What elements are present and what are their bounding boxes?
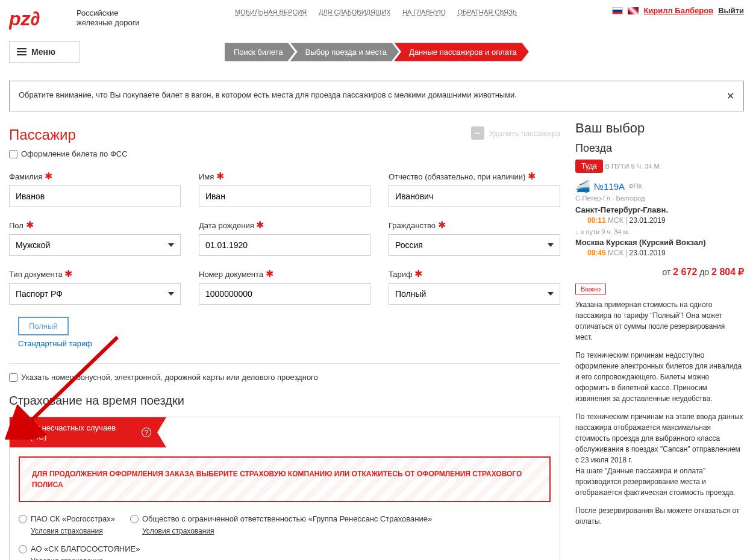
close-icon[interactable]: ✕ xyxy=(726,90,734,102)
bc-search[interactable]: Поиск билета xyxy=(225,43,295,61)
patronymic-input[interactable] xyxy=(389,185,560,207)
fss-label: Оформление билета по ФСС xyxy=(21,149,128,158)
bonus-checkbox[interactable] xyxy=(9,373,17,382)
citizenship-label: Гражданство ✱ xyxy=(389,219,560,231)
info-4: После резервирования Вы можете отказатьс… xyxy=(575,505,744,527)
train-number[interactable]: №119А xyxy=(594,181,625,191)
dob-input[interactable] xyxy=(199,234,370,256)
breadcrumb: Поиск билета Выбор поезда и места Данные… xyxy=(225,43,529,61)
top-nav: МОБИЛЬНАЯ ВЕРСИЯ ДЛЯ СЛАБОВИДЯЩИХ НА ГЛА… xyxy=(140,6,613,16)
sex-select[interactable]: Мужской xyxy=(9,234,181,256)
nav-feedback[interactable]: ОБРАТНАЯ СВЯЗЬ xyxy=(457,8,517,16)
notice-text: Обратите внимание, что Вы покупаете биле… xyxy=(19,90,517,102)
doc-num-label: Номер документа ✱ xyxy=(199,268,370,279)
help-icon[interactable]: ? xyxy=(142,428,151,437)
tariff-link[interactable]: Стандартный тариф xyxy=(18,339,92,348)
sex-label: Пол ✱ xyxy=(9,219,181,231)
ins-opt-blago[interactable] xyxy=(19,545,27,553)
hamburger-icon xyxy=(17,46,27,57)
ins-cond-3[interactable]: Условия страхования xyxy=(31,557,103,560)
duration: ↓ в пути 9 ч. 34 м. xyxy=(575,228,744,235)
bc-passengers[interactable]: Данные пассажиров и оплата xyxy=(394,43,529,61)
surname-label: Фамилия ✱ xyxy=(9,170,181,182)
fss-checkbox[interactable] xyxy=(9,150,17,158)
route-text: С-Петер-Гл - Белгород xyxy=(575,194,744,202)
station-to: Москва Курская (Курский Вокзал) xyxy=(575,238,744,247)
logo-text-2: железные дороги xyxy=(77,18,140,28)
delete-passenger: − Удалить пассажира xyxy=(471,126,560,140)
flag-ru-icon[interactable] xyxy=(612,7,623,14)
station-from: Санкт-Петербург-Главн. xyxy=(575,205,744,214)
info-2: По техническим причинам недоступно оформ… xyxy=(575,350,744,404)
username-link[interactable]: Кирилл Балберов xyxy=(643,6,713,15)
logo-text-1: Российские xyxy=(77,8,140,18)
nav-mobile[interactable]: МОБИЛЬНАЯ ВЕРСИЯ xyxy=(235,8,307,16)
important-badge: Важно xyxy=(575,284,606,294)
nav-home[interactable]: НА ГЛАВНУЮ xyxy=(402,8,446,16)
tariff-label: Тариф ✱ xyxy=(389,268,560,279)
logout-link[interactable]: Выйти xyxy=(718,6,744,15)
insurance-checkbox[interactable] xyxy=(17,428,25,437)
svg-text:pz∂: pz∂ xyxy=(9,8,40,30)
info-1: Указана примерная стоимость на одного па… xyxy=(575,299,744,343)
price-row: от 2 672 до 2 804 ₽ xyxy=(575,266,744,278)
doc-type-select[interactable]: Паспорт РФ xyxy=(9,283,181,305)
notice-box: Обратите внимание, что Вы покупаете биле… xyxy=(9,81,744,111)
tariff-select[interactable]: Полный xyxy=(389,283,560,305)
doc-type-label: Тип документа ✱ xyxy=(9,268,181,279)
minus-icon: − xyxy=(471,126,484,140)
info-3: По техническим причинам на этапе ввода д… xyxy=(575,411,744,498)
menu-button[interactable]: Меню xyxy=(9,41,80,63)
ins-cond-1[interactable]: Условия страхования xyxy=(31,527,103,535)
insurance-title: Страхование на время поездки xyxy=(9,394,560,408)
passenger-title: Пассажир − Удалить пассажира xyxy=(9,126,560,143)
sidebar-title: Ваш выбор xyxy=(575,120,744,136)
name-label: Имя ✱ xyxy=(199,170,370,182)
ins-opt-rosgosstrah[interactable] xyxy=(19,515,27,523)
patronymic-label: Отчество (обязательно, при наличии) ✱ xyxy=(389,170,560,182)
doc-num-input[interactable] xyxy=(199,283,370,305)
ins-cond-2[interactable]: Условия страхования xyxy=(142,527,214,535)
logo[interactable]: pz∂ Российские железные дороги xyxy=(9,6,140,30)
dob-label: Дата рождения ✱ xyxy=(199,219,370,231)
surname-input[interactable] xyxy=(9,185,181,207)
travel-time: В ПУТИ 9 Ч. 34 М. xyxy=(605,163,661,170)
nav-accessibility[interactable]: ДЛЯ СЛАБОВИДЯЩИХ xyxy=(319,8,391,16)
insurance-box: От несчастных случаев (НС) ? ДЛЯ ПРОДОЛЖ… xyxy=(9,417,560,560)
citizenship-select[interactable]: Россия xyxy=(389,234,560,256)
train-fpk: ФПК xyxy=(628,182,642,190)
ins-opt-renaissance[interactable] xyxy=(130,515,139,523)
tariff-box[interactable]: Полный xyxy=(18,317,69,335)
direction-badge: Туда xyxy=(575,160,603,173)
insurance-ribbon: От несчастных случаев (НС) ? xyxy=(10,417,166,447)
name-input[interactable] xyxy=(199,185,370,207)
bc-train[interactable]: Выбор поезда и места xyxy=(290,43,399,61)
bonus-label: Указать номер бонусной, электронной, дор… xyxy=(21,373,318,382)
flag-en-icon[interactable] xyxy=(628,7,639,14)
sidebar-trains: Поезда xyxy=(575,142,744,155)
insurance-warning: ДЛЯ ПРОДОЛЖЕНИЯ ОФОРМЛЕНИЯ ЗАКАЗА ВЫБЕРИ… xyxy=(19,456,551,502)
train-icon: 🚄 xyxy=(575,179,590,193)
